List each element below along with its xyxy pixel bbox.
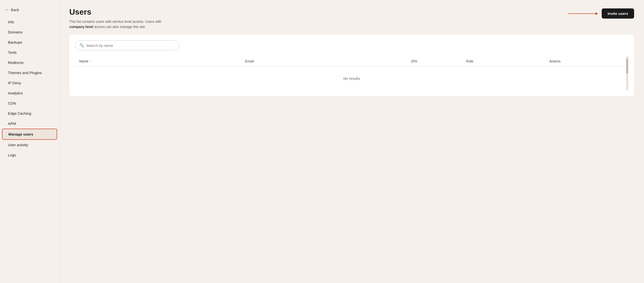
sidebar-item-user-activity[interactable]: User activity (2, 140, 57, 150)
table-body: No results (75, 66, 628, 91)
sidebar-item-logs[interactable]: Logs (2, 150, 57, 160)
col-header-role: Role (462, 56, 545, 66)
sidebar-item-backups[interactable]: Backups (2, 37, 57, 47)
sort-asc-icon: ↑ (89, 60, 91, 63)
users-table: Name ↑ Email 2FA Role Actions No results (75, 56, 628, 90)
col-header-actions: Actions (545, 56, 628, 66)
description-text-1: This list contains users with service le… (69, 20, 161, 24)
sidebar-item-manage-users[interactable]: Manage users (2, 129, 57, 140)
back-button[interactable]: ← Back (0, 5, 59, 14)
sidebar-item-info[interactable]: Info (2, 17, 57, 27)
no-results-message: No results (75, 66, 628, 91)
description-text-2: access can also manage this site. (93, 25, 146, 29)
sidebar-item-edge-caching[interactable]: Edge Caching (2, 108, 57, 118)
title-area: Users This list contains users with serv… (69, 8, 173, 30)
search-icon: 🔍 (80, 43, 84, 48)
sidebar: ← Back InfoDomainsBackupsToolsRedirectsT… (0, 0, 60, 283)
back-label: Back (11, 8, 19, 12)
search-container: 🔍 (75, 40, 628, 50)
search-input[interactable] (86, 43, 175, 48)
invite-users-button[interactable]: Invite users (602, 9, 634, 19)
sidebar-item-apm[interactable]: APM (2, 118, 57, 129)
sidebar-item-themes-plugins[interactable]: Themes and Plugins (2, 68, 57, 78)
search-input-wrapper[interactable]: 🔍 (75, 40, 179, 50)
sidebar-item-tools[interactable]: Tools (2, 47, 57, 58)
scrollbar-thumb (626, 59, 628, 74)
sidebar-item-cdn[interactable]: CDN (2, 98, 57, 108)
col-header-email: Email (241, 56, 407, 66)
table-header: Name ↑ Email 2FA Role Actions (75, 56, 628, 66)
scrollbar[interactable] (626, 56, 628, 90)
page-title: Users (69, 8, 173, 17)
header-row: Users This list contains users with serv… (69, 8, 634, 30)
invite-area: Invite users (568, 9, 634, 19)
page-description: This list contains users with service le… (69, 19, 173, 30)
col-header-2fa: 2FA (407, 56, 462, 66)
sidebar-item-analytics[interactable]: Analytics (2, 88, 57, 98)
sidebar-item-domains[interactable]: Domains (2, 27, 57, 37)
empty-row: No results (75, 66, 628, 91)
users-table-card: 🔍 Name ↑ Email 2FA Ro (69, 35, 634, 96)
description-bold: company level (69, 25, 93, 29)
col-header-name[interactable]: Name ↑ (75, 56, 241, 66)
table-scroll-wrapper: Name ↑ Email 2FA Role Actions No results (75, 56, 628, 90)
col-name-label: Name (79, 59, 88, 63)
arrow-pointer (568, 13, 598, 14)
back-arrow-icon: ← (5, 8, 9, 12)
main-content: Users This list contains users with serv… (60, 0, 644, 283)
sidebar-item-redirects[interactable]: Redirects (2, 58, 57, 68)
sidebar-item-ip-deny[interactable]: IP Deny (2, 78, 57, 88)
